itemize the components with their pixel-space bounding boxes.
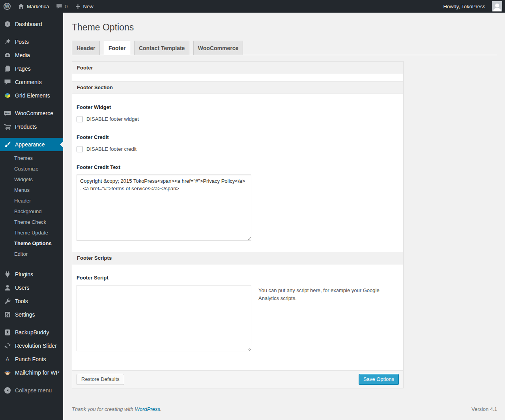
tab-contact-template[interactable]: Contact Template [134, 41, 189, 55]
wordpress-link[interactable]: WordPress [135, 406, 160, 412]
disable-footer-credit-label[interactable]: DISABLE footer credit [86, 146, 137, 152]
plus-icon [75, 4, 81, 9]
sidebar-item-products[interactable]: Products [0, 120, 63, 133]
disable-footer-widget-label[interactable]: DISABLE footer widget [86, 116, 139, 122]
sidebar-item-media[interactable]: Media [0, 49, 63, 62]
new-label: New [83, 4, 94, 9]
sidebar-item-dashboard[interactable]: Dashboard [0, 17, 63, 31]
grid-elements-icon [4, 92, 11, 99]
submenu-item-background[interactable]: Background [0, 206, 63, 217]
tab-woocommerce[interactable]: WooCommerce [193, 41, 243, 55]
footer-credit-text-input[interactable]: Copyright &copy; 2015 TokoPress<span><a … [77, 174, 251, 241]
admin-footer: Thank you for creating with WordPress. V… [72, 406, 497, 412]
footer-script-help-text: You can put any script here, for example… [258, 285, 381, 302]
wordpress-logo-menu[interactable]: W [0, 0, 14, 13]
restore-defaults-button[interactable]: Restore Defaults [77, 374, 124, 385]
sidebar-item-posts[interactable]: Posts [0, 35, 63, 49]
collapse-arrow-icon [4, 386, 11, 394]
pushpin-icon [4, 38, 11, 46]
footer-widget-label: Footer Widget [77, 104, 395, 110]
woocommerce-icon: Woo [4, 109, 11, 117]
admin-bar: W Marketica 0 New Howdy, TokoPress [0, 0, 505, 13]
footer-section-header: Footer Section [72, 81, 403, 94]
my-account-menu[interactable]: Howdy, TokoPress [440, 0, 489, 13]
panel-action-bar: Restore Defaults Save Options [72, 370, 403, 388]
avatar[interactable] [492, 1, 502, 11]
sidebar-item-users[interactable]: Users [0, 281, 63, 294]
footer-script-input[interactable] [77, 285, 251, 351]
submenu-item-editor[interactable]: Editor [0, 249, 63, 259]
disable-footer-widget-checkbox[interactable] [77, 116, 83, 122]
sidebar-item-mailchimp[interactable]: MailChimp for WP [0, 366, 63, 379]
sidebar-item-appearance[interactable]: Appearance [0, 138, 63, 151]
sidebar-item-backupbuddy[interactable]: BackupBuddy [0, 326, 63, 339]
wrench-icon [4, 297, 11, 305]
wordpress-logo-icon: W [4, 3, 11, 10]
sidebar-item-settings[interactable]: Settings [0, 308, 63, 321]
paintbrush-icon [4, 141, 11, 148]
submenu-item-header[interactable]: Header [0, 195, 63, 206]
footer-credit-text-label: Footer Credit Text [77, 164, 395, 170]
site-name-label: Marketica [27, 4, 49, 9]
user-icon [4, 284, 11, 292]
comment-bubble-icon [56, 3, 62, 9]
footer-thanks-text: Thank you for creating with WordPress. [72, 406, 162, 412]
camera-icon [4, 51, 11, 59]
sidebar-item-tools[interactable]: Tools [0, 294, 63, 308]
submenu-item-widgets[interactable]: Widgets [0, 174, 63, 185]
sidebar-item-plugins[interactable]: Plugins [0, 268, 63, 281]
sidebar-item-grid-elements[interactable]: Grid Elements [0, 89, 63, 102]
submenu-item-theme-check[interactable]: Theme Check [0, 217, 63, 227]
menu-separator [0, 102, 63, 107]
submenu-item-themes[interactable]: Themes [0, 153, 63, 163]
mailchimp-monkey-icon [4, 369, 11, 377]
footer-script-label: Footer Script [77, 275, 395, 281]
submenu-item-customize[interactable]: Customize [0, 163, 63, 174]
footer-scripts-header: Footer Scripts [72, 252, 403, 264]
sidebar-item-punch-fonts[interactable]: A Punch Fonts [0, 352, 63, 366]
letter-a-icon: A [4, 355, 11, 363]
howdy-label: Howdy, TokoPress [443, 4, 485, 9]
footer-scripts-body: Footer Script You can put any script her… [72, 264, 403, 370]
footer-box-header: Footer [72, 62, 403, 74]
new-content-menu[interactable]: New [71, 0, 97, 13]
cart-icon [4, 123, 11, 131]
sidebar-item-woocommerce[interactable]: Woo WooCommerce [0, 107, 63, 120]
site-name-menu[interactable]: Marketica [14, 0, 52, 13]
sidebar-item-revolution-slider[interactable]: Revolution Slider [0, 339, 63, 352]
submenu-item-theme-options[interactable]: Theme Options [0, 238, 63, 249]
sidebar-item-comments[interactable]: Comments [0, 75, 63, 89]
submenu-item-theme-update[interactable]: Theme Update [0, 227, 63, 238]
menu-separator [0, 31, 63, 35]
footer-options-panel: Footer Footer Section Footer Widget DISA… [72, 61, 404, 388]
page-title: Theme Options [72, 13, 497, 37]
footer-box-body [72, 74, 403, 81]
tab-footer[interactable]: Footer [104, 41, 131, 55]
appearance-submenu: Themes Customize Widgets Menus Header Ba… [0, 151, 63, 263]
comments-menu[interactable]: 0 [52, 0, 71, 13]
refresh-arrows-icon [4, 342, 11, 350]
menu-separator [0, 263, 63, 268]
theme-options-tabs: Header Footer Contact Template WooCommer… [72, 37, 497, 55]
comment-bubble-icon [4, 78, 11, 86]
admin-sidebar: Dashboard Posts Media Pages Comments Gri… [0, 13, 63, 420]
svg-text:Woo: Woo [5, 112, 10, 114]
menu-separator [0, 379, 63, 384]
home-icon [18, 3, 24, 10]
plug-icon [4, 270, 11, 278]
main-content: Theme Options Header Footer Contact Temp… [63, 13, 505, 420]
disable-footer-credit-checkbox[interactable] [77, 146, 83, 152]
submenu-item-menus[interactable]: Menus [0, 185, 63, 195]
tab-header[interactable]: Header [72, 41, 100, 55]
comments-count: 0 [65, 4, 67, 9]
backup-icon [4, 328, 11, 336]
collapse-menu-button[interactable]: Collapse menu [0, 384, 63, 397]
dashboard-gauge-icon [4, 20, 11, 28]
settings-sliders-icon [4, 311, 11, 319]
save-options-button[interactable]: Save Options [359, 374, 399, 385]
menu-separator [0, 321, 63, 326]
sidebar-item-pages[interactable]: Pages [0, 62, 63, 75]
footer-section-body: Footer Widget DISABLE footer widget Foot… [72, 94, 403, 252]
version-label: Version 4.1 [471, 406, 497, 412]
footer-credit-label: Footer Credit [77, 134, 395, 140]
